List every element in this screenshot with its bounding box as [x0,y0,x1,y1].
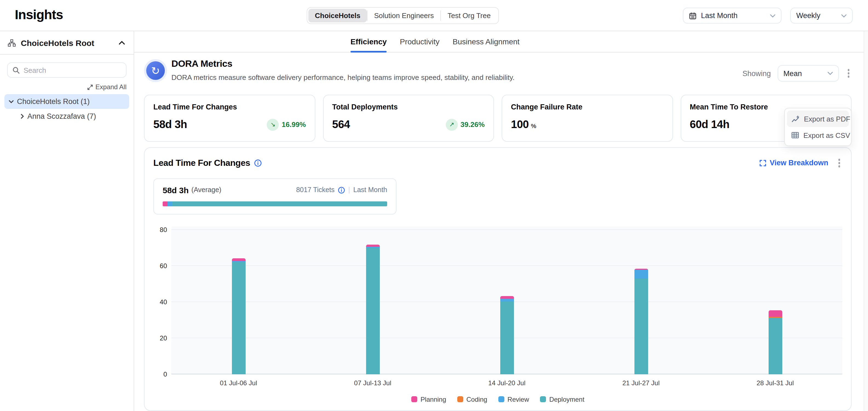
metric-unit: % [531,122,536,129]
trend-down-icon: ↘ [267,118,279,131]
y-tick-label: 40 [150,298,167,306]
stacked-bar-3[interactable] [500,296,514,374]
granularity-select[interactable]: Weekly [790,8,852,24]
metric-delta: 39.26% [461,121,485,129]
tree-row-anna-scozzafava[interactable]: Anna Scozzafava (7) [17,109,129,124]
org-tab-group: ChoiceHotels Solution Engineers Test Org… [307,7,499,24]
legend-swatch [457,396,463,402]
chart-summary: 58d 3h (Average) 8017 Tickets | Last Mon… [153,178,397,214]
expand-corners-icon [760,160,767,166]
legend-item-coding: Coding [457,396,487,403]
showing-label: Showing [742,69,771,77]
dora-header: ↻ DORA Metrics DORA metrics measure soft… [144,58,851,90]
tree-row-choicehotels-root[interactable]: ChoiceHotels Root (1) [4,94,129,109]
export-menu: Export as PDF Export as CSV [784,108,851,146]
showing-value: Mean [783,69,823,77]
chart-plot-area: 020406080 [172,226,842,374]
app-header: Insights ChoiceHotels Solution Engineers… [0,0,868,31]
x-tick-label: 14 Jul-20 Jul [440,379,574,387]
dora-icon: ↻ [144,59,167,82]
expand-icon [87,84,93,90]
stacked-bar-2[interactable] [366,245,379,374]
bar-segment-deployment [634,278,648,374]
summary-stacked-bar [163,201,387,206]
chevron-right-icon[interactable] [21,114,24,119]
granularity-value: Weekly [796,11,837,20]
menu-item-label: Export as CSV [803,131,850,139]
chart-x-axis: 01 Jul-06 Jul07 Jul-13 Jul14 Jul-20 Jul2… [172,379,842,387]
info-icon[interactable] [254,159,262,167]
y-tick-label: 20 [150,334,167,342]
x-tick-label: 28 Jul-31 Jul [708,379,842,387]
metric-value: 58d 3h [153,118,187,131]
trend-up-icon: ↗ [446,118,458,131]
y-tick-label: 80 [150,226,167,233]
menu-item-export-pdf[interactable]: Export as PDF [787,110,849,127]
bar-segment-planning [231,259,245,261]
org-tab-test-org-tree[interactable]: Test Org Tree [441,9,497,23]
info-icon[interactable] [338,186,345,194]
metric-value: 564 [332,118,350,131]
metric-delta: 16.99% [282,121,306,129]
bar-segment-deployment [366,248,379,374]
org-tree-icon [8,39,16,47]
stacked-bar-1[interactable] [231,259,245,374]
search-input[interactable] [24,66,121,74]
metric-title: Total Deployments [332,103,485,111]
sidebar: ChoiceHotels Root Expand All [0,31,134,411]
date-range-value: Last Month [701,11,766,20]
bar-segment-deployment [768,318,782,374]
bar-segment-deployment [500,301,514,374]
scrollbar-track[interactable] [864,31,868,411]
org-tab-solution-engineers[interactable]: Solution Engineers [368,9,440,23]
expand-all-button[interactable]: Expand All [87,83,126,91]
org-tree: ChoiceHotels Root (1) Anna Scozzafava (7… [0,94,134,124]
chart-menu-button[interactable] [836,157,842,169]
bar-segment-review [500,299,514,301]
tickets-count: 8017 Tickets [296,186,334,194]
chevron-down-icon [841,14,847,17]
dora-menu-button[interactable] [845,67,851,80]
summary-qualifier: (Average) [191,186,221,194]
org-tab-choicehotels[interactable]: ChoiceHotels [308,9,367,23]
sidebar-collapse-button[interactable] [118,40,126,46]
sidebar-search [7,62,126,78]
date-range-select[interactable]: Last Month [683,8,781,24]
page-title: Insights [15,7,63,23]
tab-productivity[interactable]: Productivity [400,31,439,52]
menu-item-label: Export as PDF [804,115,850,123]
chart-legend: PlanningCodingReviewDeployment [153,396,842,403]
summary-segment-review [167,201,173,206]
bar-segment-review [634,270,648,278]
bar-segment-planning [768,311,782,317]
sidebar-title: ChoiceHotels Root [21,38,113,47]
stacked-bar-5[interactable] [768,311,782,374]
menu-item-export-csv[interactable]: Export as CSV [787,127,849,143]
legend-swatch [411,396,417,402]
lead-time-chart: 020406080 01 Jul-06 Jul07 Jul-13 Jul14 J… [172,226,842,387]
legend-item-review: Review [498,396,529,403]
main-area: Efficiency Productivity Business Alignme… [134,31,868,411]
tab-efficiency[interactable]: Efficiency [350,31,386,52]
view-breakdown-button[interactable]: View Breakdown [760,159,828,167]
summary-period: Last Month [353,186,387,194]
tab-business-alignment[interactable]: Business Alignment [453,31,520,52]
tree-row-label: ChoiceHotels Root (1) [17,97,90,106]
metric-cards: Lead Time For Changes 58d 3h ↘ 16.99% To… [144,95,851,142]
showing-select[interactable]: Mean [777,65,839,81]
legend-swatch [540,396,546,402]
legend-swatch [498,396,504,402]
chart-line-icon [791,115,800,122]
x-tick-label: 07 Jul-13 Jul [306,379,440,387]
metric-title: Change Failure Rate [511,103,663,111]
sidebar-header: ChoiceHotels Root [0,31,134,55]
bar-segment-deployment [231,262,245,374]
tree-row-label: Anna Scozzafava (7) [27,112,96,121]
legend-item-deployment: Deployment [540,396,584,403]
bar-segment-planning [366,245,379,247]
stacked-bar-4[interactable] [634,269,648,374]
legend-item-planning: Planning [411,396,446,403]
view-breakdown-label: View Breakdown [770,159,828,167]
chevron-down-icon[interactable] [9,100,14,103]
header-controls: Last Month Weekly [683,8,852,24]
